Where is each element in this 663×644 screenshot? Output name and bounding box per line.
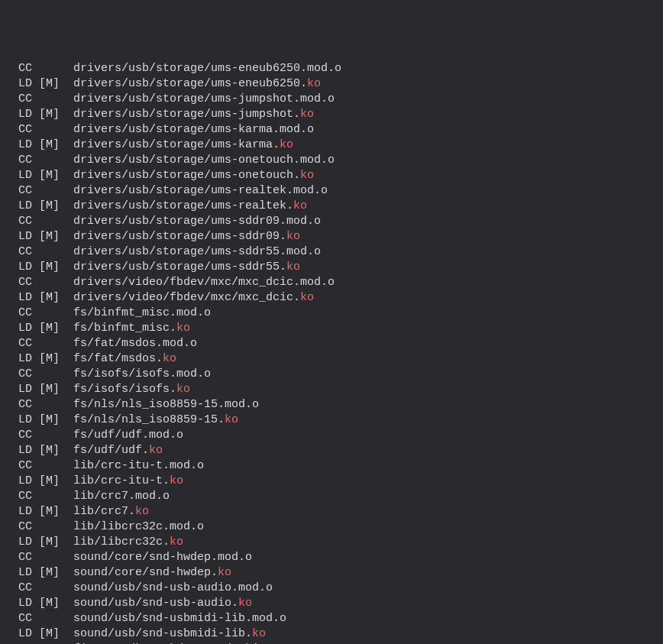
stage-label: CC	[18, 154, 32, 167]
stage-col: LD [M]	[18, 626, 73, 642]
build-path: drivers/usb/storage/ums-eneub6250.	[73, 77, 307, 90]
stage-label: LD	[18, 505, 32, 518]
build-path: sound/usb/snd-usbmidi-lib.mod.o	[73, 612, 286, 625]
build-line: LD [M]sound/usb/snd-usb-audio.ko	[5, 596, 663, 611]
stage-label: CC	[18, 429, 32, 442]
mark-label: [M]	[32, 352, 60, 365]
build-path: drivers/usb/storage/ums-karma.	[73, 138, 280, 151]
mark-label: [M]	[32, 566, 60, 579]
ko-highlight: ko	[307, 77, 321, 90]
build-path: sound/core/snd-hwdep.	[73, 566, 218, 579]
build-line: LD [M]drivers/usb/storage/ums-karma.ko	[5, 138, 663, 153]
build-line: LD [M]fs/nls/nls_iso8859-15.ko	[5, 413, 663, 428]
stage-col: CC	[18, 489, 73, 504]
mark-label: [M]	[32, 383, 60, 396]
build-line: LD [M]fs/fat/msdos.ko	[5, 351, 663, 367]
build-line: LD [M]lib/crc-itu-t.ko	[5, 474, 663, 489]
build-path: lib/crc-itu-t.mod.o	[73, 459, 204, 472]
mark-label: [M]	[32, 77, 60, 90]
build-line: CCdrivers/usb/storage/ums-jumpshot.mod.o	[5, 92, 663, 107]
stage-label: LD	[18, 474, 32, 487]
stage-col: CC	[18, 275, 73, 290]
stage-col: CC	[18, 153, 73, 168]
build-path: fs/isofs/isofs.	[73, 383, 176, 396]
build-path: drivers/usb/storage/ums-sddr09.	[73, 230, 286, 243]
build-line: LD [M]fs/isofs/isofs.ko	[5, 382, 663, 397]
stage-label: LD	[18, 169, 32, 182]
build-line: LD [M]drivers/usb/storage/ums-sddr55.ko	[5, 260, 663, 275]
stage-label: LD	[18, 138, 32, 151]
stage-col: LD [M]	[18, 229, 73, 244]
mark-label: [M]	[32, 138, 60, 151]
mark-label: [M]	[32, 230, 60, 243]
build-path: sound/usb/snd-usb-audio.mod.o	[73, 581, 273, 594]
stage-label: CC	[18, 551, 32, 564]
stage-col: CC	[18, 336, 73, 351]
stage-label: LD	[18, 627, 32, 640]
mark-label: [M]	[32, 627, 60, 640]
stage-col: CC	[18, 519, 73, 535]
build-line: CCdrivers/usb/storage/ums-realtek.mod.o	[5, 183, 663, 199]
stage-col: LD [M]	[18, 413, 73, 428]
stage-label: CC	[18, 367, 32, 380]
build-path: drivers/usb/storage/ums-jumpshot.mod.o	[73, 92, 335, 105]
stage-label: CC	[18, 581, 32, 594]
stage-col: LD [M]	[18, 474, 73, 489]
ko-highlight: ko	[286, 261, 300, 273]
mark-label: [M]	[32, 474, 60, 487]
stage-col: CC	[18, 611, 73, 626]
build-path: fs/binfmt_misc.mod.o	[73, 306, 211, 319]
build-line: LD [M]fs/udf/udf.ko	[5, 443, 663, 458]
build-line: LD [M]drivers/usb/storage/ums-sddr09.ko	[5, 229, 663, 244]
mark-label: [M]	[32, 413, 60, 426]
build-path: drivers/video/fbdev/mxc/mxc_dcic.mod.o	[73, 276, 335, 289]
build-path: drivers/usb/storage/ums-sddr09.mod.o	[73, 215, 321, 228]
build-line: CCdrivers/usb/storage/ums-sddr09.mod.o	[5, 214, 663, 229]
stage-label: CC	[18, 62, 32, 75]
build-path: lib/libcrc32c.mod.o	[73, 520, 204, 533]
build-path: fs/nls/nls_iso8859-15.	[73, 413, 225, 426]
ko-highlight: ko	[163, 352, 176, 365]
stage-label: CC	[18, 337, 32, 350]
build-path: drivers/usb/storage/ums-onetouch.	[73, 169, 300, 182]
stage-label: CC	[18, 520, 32, 533]
build-path: drivers/usb/storage/ums-jumpshot.	[73, 108, 300, 121]
stage-col: LD [M]	[18, 260, 73, 275]
build-line: CClib/libcrc32c.mod.o	[5, 519, 663, 535]
ko-highlight: ko	[176, 322, 190, 335]
mark-label: [M]	[32, 261, 60, 273]
build-path: fs/fat/msdos.	[73, 352, 163, 365]
stage-col: CC	[18, 214, 73, 229]
build-line: CCdrivers/usb/storage/ums-eneub6250.mod.…	[5, 61, 663, 76]
build-line: CCfs/nls/nls_iso8859-15.mod.o	[5, 397, 663, 413]
build-path: drivers/usb/storage/ums-karma.mod.o	[73, 123, 314, 136]
stage-label: LD	[18, 199, 32, 212]
build-line: LD [M]sound/usb/snd-usbmidi-lib.ko	[5, 626, 663, 642]
stage-label: LD	[18, 444, 32, 457]
build-line: CCfs/udf/udf.mod.o	[5, 428, 663, 443]
stage-col: LD [M]	[18, 290, 73, 306]
stage-label: LD	[18, 322, 32, 335]
mark-label: [M]	[32, 322, 60, 335]
stage-col: LD [M]	[18, 351, 73, 367]
build-line: CCdrivers/usb/storage/ums-sddr55.mod.o	[5, 244, 663, 260]
build-line: CClib/crc-itu-t.mod.o	[5, 458, 663, 474]
terminal-output[interactable]: CCdrivers/usb/storage/ums-eneub6250.mod.…	[5, 61, 663, 644]
ko-highlight: ko	[135, 505, 149, 518]
stage-col: LD [M]	[18, 107, 73, 122]
build-path: lib/crc7.	[73, 505, 135, 518]
stage-col: CC	[18, 92, 73, 107]
mark-label: [M]	[32, 505, 60, 518]
stage-col: CC	[18, 458, 73, 474]
build-line: CCdrivers/video/fbdev/mxc/mxc_dcic.mod.o	[5, 275, 663, 290]
mark-label: [M]	[32, 536, 60, 549]
stage-col: LD [M]	[18, 168, 73, 183]
build-path: sound/usb/snd-usbmidi-lib.	[73, 627, 252, 640]
stage-label: LD	[18, 566, 32, 579]
build-path: fs/fat/msdos.mod.o	[73, 337, 197, 350]
build-line: CClib/crc7.mod.o	[5, 489, 663, 504]
build-path: drivers/usb/storage/ums-onetouch.mod.o	[73, 154, 335, 167]
mark-label: [M]	[32, 108, 60, 121]
stage-col: LD [M]	[18, 199, 73, 214]
build-path: lib/crc7.mod.o	[73, 490, 170, 503]
